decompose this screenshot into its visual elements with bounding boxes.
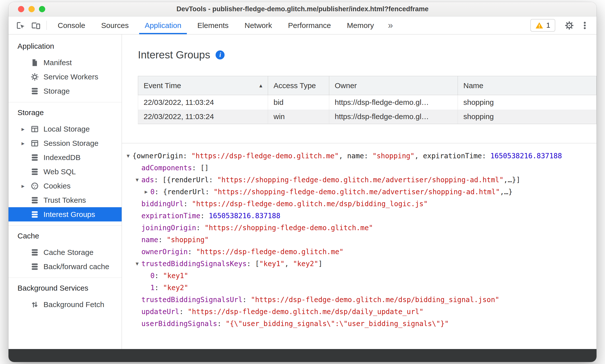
- tree-segment-str: "https://dsp-fledge-demo.glitch.me": [196, 248, 343, 256]
- tree-row-0[interactable]: ▶0: {renderUrl: "https://shopping-fledge…: [124, 186, 597, 198]
- tree-row-adcomponents[interactable]: adComponents: []: [124, 162, 597, 174]
- collapse-arrow-icon[interactable]: ▼: [124, 153, 132, 159]
- tree-segment-plain: [{: [162, 176, 171, 184]
- tree-segment-plain: :: [247, 260, 255, 268]
- issues-badge[interactable]: 1: [530, 19, 555, 32]
- sidebar-item-cache-storage[interactable]: Cache Storage: [8, 245, 122, 259]
- manifest-icon: [30, 58, 39, 67]
- sort-ascending-icon: ▲: [258, 83, 263, 88]
- sidebar-section-title: Application: [8, 36, 122, 55]
- column-label: Owner: [335, 81, 357, 90]
- main-title-row: Interest Groups i: [138, 49, 597, 61]
- column-header-access-type[interactable]: Access Type: [268, 76, 329, 95]
- tree-segment-plain: :: [179, 308, 188, 316]
- tree-segment-str: "key2": [163, 284, 188, 292]
- sidebar-item-trust-tokens[interactable]: Trust Tokens: [8, 193, 122, 207]
- tree-segment-str: "shopping": [372, 152, 415, 160]
- tree-segment-plain: :: [243, 296, 251, 304]
- more-options-icon[interactable]: [577, 20, 593, 30]
- tab-network[interactable]: Network: [237, 16, 280, 34]
- sidebar-item-label: Trust Tokens: [43, 196, 86, 204]
- column-header-name[interactable]: Name: [458, 76, 597, 95]
- sidebar-item-label: Manifest: [43, 58, 72, 67]
- tree-segment-key: trustedBiddingSignalsKeys: [141, 260, 247, 268]
- tree-row-name[interactable]: name: "shopping": [124, 234, 597, 246]
- tree-row-ownerorigin[interactable]: ownerOrigin: "https://dsp-fledge-demo.gl…: [124, 246, 597, 258]
- interest-groups-table: Event Time▲Access TypeOwnerName 22/03/20…: [138, 76, 597, 124]
- sidebar-item-service-workers[interactable]: Service Workers: [8, 70, 122, 84]
- sidebar-item-local-storage[interactable]: ▸Local Storage: [8, 122, 122, 136]
- expand-arrow-icon[interactable]: ▸: [21, 140, 30, 147]
- tree-row-trustedbiddingsignalskeys[interactable]: ▼trustedBiddingSignalsKeys: ["key1", "ke…: [124, 258, 597, 270]
- tree-segment-str: "https://dsp-fledge-demo.glitch.me": [191, 152, 339, 160]
- cell-access-type: win: [268, 110, 329, 124]
- application-sidebar: ApplicationManifestService WorkersStorag…: [8, 34, 122, 349]
- tree-segment-pkey: renderUrl: [167, 188, 205, 196]
- tree-row-0[interactable]: 0: "key1": [124, 270, 597, 282]
- sidebar-item-label: Storage: [43, 87, 70, 95]
- tab-sources[interactable]: Sources: [93, 16, 137, 34]
- more-tabs-button[interactable]: »: [382, 16, 399, 34]
- sidebar-item-session-storage[interactable]: ▸Session Storage: [8, 136, 122, 150]
- tree-row-userbiddingsignals[interactable]: userBiddingSignals: "{\"user_bidding_sig…: [124, 318, 597, 330]
- tree-row-trustedbiddingsignalsurl[interactable]: trustedBiddingSignalsUrl: "https://dsp-f…: [124, 294, 597, 306]
- sidebar-section-title: Storage: [8, 102, 122, 122]
- sidebar-item-background-fetch[interactable]: Background Fetch: [8, 297, 122, 312]
- device-toolbar-icon[interactable]: [28, 16, 43, 34]
- tree-segment-plain: :: [154, 176, 163, 184]
- tree-row-updateurl[interactable]: updateUrl: "https://dsp-fledge-demo.glit…: [124, 306, 597, 318]
- tab-elements[interactable]: Elements: [189, 16, 237, 34]
- sidebar-item-storage[interactable]: Storage: [8, 84, 122, 98]
- toolbar-right-icons: [562, 20, 593, 30]
- tree-row-1[interactable]: 1: "key2": [124, 282, 597, 294]
- tree-segment-str: "https://dsp-fledge-demo.glitch.me/dsp/d…: [188, 308, 423, 316]
- table-header-row: Event Time▲Access TypeOwnerName: [138, 76, 597, 95]
- expand-arrow-icon[interactable]: ▶: [142, 189, 150, 195]
- table-row[interactable]: 22/03/2022, 11:03:24bidhttps://dsp-fledg…: [138, 95, 597, 110]
- settings-gear-icon[interactable]: [562, 20, 577, 30]
- collapse-arrow-icon[interactable]: ▼: [133, 177, 141, 183]
- tree-row-expirationtime[interactable]: expirationTime: 1650538216.837188: [124, 210, 597, 222]
- tree-segment-key: biddingUrl: [141, 200, 184, 208]
- tree-row-biddingurl[interactable]: biddingUrl: "https://dsp-fledge-demo.gli…: [124, 198, 597, 210]
- tab-application[interactable]: Application: [137, 16, 189, 34]
- main-panel: Interest Groups i Event Time▲Access Type…: [122, 34, 597, 349]
- panel-tabs: ConsoleSourcesApplicationElementsNetwork…: [50, 16, 382, 34]
- collapse-arrow-icon[interactable]: ▼: [133, 261, 141, 267]
- tree-segment-plain: ,: [339, 152, 347, 160]
- tree-row-ownerorigin[interactable]: ▼{ownerOrigin: "https://dsp-fledge-demo.…: [124, 150, 597, 162]
- database-icon: [30, 153, 39, 162]
- tree-segment-plain: :: [158, 236, 167, 244]
- sidebar-item-interest-groups[interactable]: Interest Groups: [8, 207, 122, 221]
- sidebar-item-label: Cookies: [43, 182, 70, 190]
- column-label: Access Type: [274, 81, 316, 90]
- tree-segment-str: "https://shopping-fledge-demo.glitch.me": [205, 224, 373, 232]
- expand-arrow-icon[interactable]: ▸: [21, 182, 30, 189]
- sidebar-item-web-sql[interactable]: Web SQL: [8, 165, 122, 179]
- tree-segment-pkey: renderUrl: [171, 176, 209, 184]
- tab-memory[interactable]: Memory: [339, 16, 382, 34]
- sidebar-item-manifest[interactable]: Manifest: [8, 55, 122, 70]
- sidebar-item-back-forward-cache[interactable]: Back/forward cache: [8, 259, 122, 274]
- toolbar-right: 1: [530, 16, 593, 34]
- column-header-owner[interactable]: Owner: [329, 76, 458, 95]
- sidebar-item-indexeddb[interactable]: IndexedDB: [8, 150, 122, 165]
- cookie-icon: [30, 182, 39, 190]
- sidebar-item-cookies[interactable]: ▸Cookies: [8, 179, 122, 193]
- tree-row-joiningorigin[interactable]: joiningOrigin: "https://shopping-fledge-…: [124, 222, 597, 234]
- tree-row-ads[interactable]: ▼ads: [{renderUrl: "https://shopping-fle…: [124, 174, 597, 186]
- table-row[interactable]: 22/03/2022, 11:03:24winhttps://dsp-fledg…: [138, 110, 597, 124]
- tree-segment-plain: :: [183, 152, 191, 160]
- zoom-button[interactable]: [39, 6, 45, 12]
- minimize-button[interactable]: [28, 6, 35, 12]
- close-button[interactable]: [18, 6, 24, 12]
- info-icon[interactable]: i: [216, 50, 225, 59]
- column-header-event-time[interactable]: Event Time▲: [138, 76, 268, 95]
- tree-segment-str: "{\"user_bidding_signals\":\"user_biddin…: [226, 320, 449, 328]
- inspect-icon[interactable]: [12, 16, 28, 34]
- tab-performance[interactable]: Performance: [280, 16, 339, 34]
- expand-arrow-icon[interactable]: ▸: [21, 126, 30, 133]
- devtools-window: DevTools - publisher-fledge-demo.glitch.…: [8, 2, 597, 362]
- tree-segment-str: "key2": [293, 260, 318, 268]
- tab-console[interactable]: Console: [50, 16, 93, 34]
